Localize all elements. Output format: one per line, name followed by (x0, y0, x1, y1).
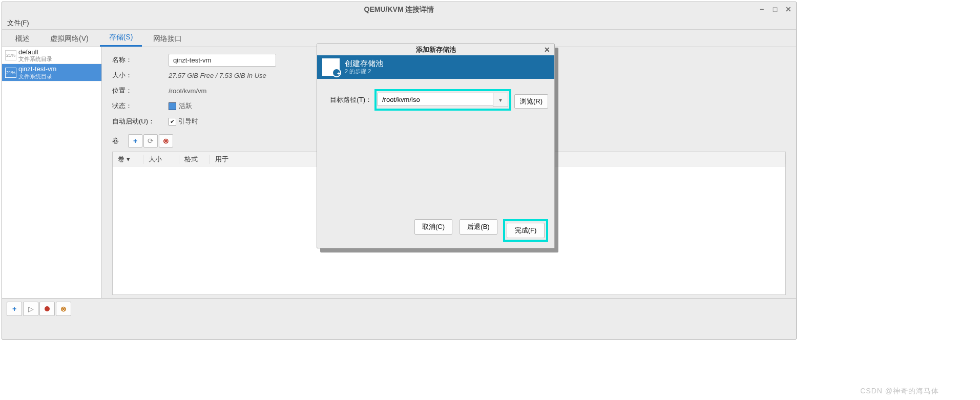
tab-virtual-network[interactable]: 虚拟网络(V) (41, 31, 98, 47)
autostart-checkbox[interactable]: ✔ (169, 118, 176, 125)
tab-nic[interactable]: 网络接口 (144, 31, 191, 47)
menubar: 文件(F) (2, 16, 796, 30)
col-size[interactable]: 大小 (143, 155, 179, 164)
finish-button[interactable]: 完成(F) (507, 223, 545, 238)
col-volume[interactable]: 卷 ▾ (113, 155, 143, 164)
tab-overview[interactable]: 概述 (6, 31, 39, 47)
pool-type: 文件系统目录 (18, 73, 56, 79)
play-icon: ▷ (28, 305, 34, 313)
delete-pool-button[interactable]: ⊗ (56, 302, 71, 316)
pool-pct: 21% (5, 50, 16, 60)
dialog-header-title: 创建存储池 (345, 59, 383, 68)
dialog-footer: 取消(C) 后退(B) 完成(F) (317, 214, 554, 248)
state-value: 活跃 (179, 101, 192, 111)
add-pool-button[interactable]: + (7, 302, 22, 316)
delete-icon: ⊗ (60, 305, 67, 313)
back-button[interactable]: 后退(B) (460, 219, 497, 235)
col-format[interactable]: 格式 (179, 155, 210, 164)
window-title: QEMU/KVM 连接详情 (364, 5, 434, 13)
maximize-icon[interactable]: □ (772, 2, 779, 16)
watermark: CSDN @神奇的海马体 (860, 387, 939, 396)
pool-pct: 21% (5, 68, 16, 78)
storage-pool-list: 21% default 文件系统目录 21% qinzt-test-vm 文件系… (2, 47, 102, 298)
menu-file[interactable]: 文件(F) (7, 19, 29, 27)
add-storage-dialog: 添加新存储池 ✕ 创建存储池 2 的步骤 2 目标路径(T)： ▼ 浏览(R) (317, 44, 555, 248)
name-label: 名称： (112, 55, 169, 65)
dialog-close-icon[interactable]: ✕ (544, 44, 550, 55)
target-path-label: 目标路径(T)： (323, 95, 372, 104)
start-pool-button[interactable]: ▷ (23, 302, 38, 316)
highlight-finish: 完成(F) (503, 219, 548, 242)
dialog-step: 2 的步骤 2 (345, 68, 383, 75)
refresh-volume-button[interactable]: ⟳ (143, 134, 158, 148)
delete-volume-button[interactable]: ⊗ (159, 134, 173, 148)
cancel-button[interactable]: 取消(C) (414, 219, 452, 235)
tab-storage[interactable]: 存储(S) (100, 30, 142, 47)
pool-name: default (18, 49, 52, 56)
titlebar: QEMU/KVM 连接详情 − □ ✕ (2, 2, 796, 16)
dropdown-icon[interactable]: ▼ (493, 93, 508, 107)
state-icon (169, 102, 176, 110)
dialog-header: 创建存储池 2 的步骤 2 (317, 55, 554, 79)
size-label: 大小： (112, 71, 169, 80)
minimize-icon[interactable]: − (758, 2, 765, 16)
delete-icon: ⊗ (163, 137, 169, 145)
target-path-input[interactable] (378, 93, 493, 106)
dialog-body: 目标路径(T)： ▼ 浏览(R) (317, 79, 554, 214)
add-volume-button[interactable]: + (128, 134, 142, 148)
location-label: 位置： (112, 86, 169, 95)
plus-icon: + (133, 137, 137, 145)
autostart-label: 自动启动(U)： (112, 117, 169, 126)
pool-toolbar: + ▷ ⊗ (2, 298, 796, 319)
close-icon[interactable]: ✕ (785, 2, 792, 16)
pool-item-default[interactable]: 21% default 文件系统目录 (2, 47, 101, 64)
name-field[interactable]: qinzt-test-vm (169, 54, 276, 67)
stop-pool-button[interactable] (39, 302, 55, 316)
refresh-icon: ⟳ (148, 137, 154, 145)
browse-button[interactable]: 浏览(R) (514, 94, 548, 109)
pool-item-qinzt[interactable]: 21% qinzt-test-vm 文件系统目录 (2, 64, 101, 81)
pool-type: 文件系统目录 (18, 56, 52, 62)
size-value: 27.57 GiB Free / 7.53 GiB In Use (169, 72, 266, 79)
dialog-title: 添加新存储池 (416, 46, 456, 53)
autostart-value: 引导时 (178, 117, 198, 126)
pool-name: qinzt-test-vm (18, 66, 56, 73)
location-value: /root/kvm/vm (169, 87, 206, 95)
state-label: 状态： (112, 101, 169, 111)
volumes-label: 卷 (112, 136, 128, 145)
storage-pool-icon (322, 58, 340, 76)
record-icon (45, 306, 50, 311)
plus-icon: + (12, 305, 16, 313)
highlight-target-path: ▼ (374, 89, 511, 111)
dialog-titlebar: 添加新存储池 ✕ (317, 44, 554, 55)
